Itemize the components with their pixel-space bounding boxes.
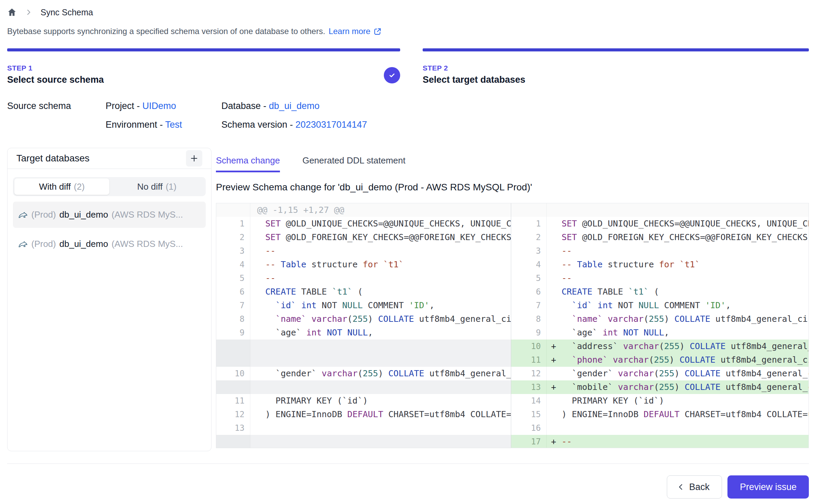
source-field-database: Database - db_ui_demo — [221, 101, 367, 111]
line-number-gutter — [216, 353, 250, 367]
diff-code-row: 2SET @OLD_FOREIGN_KEY_CHECKS=@@FOREIGN_K… — [511, 231, 809, 244]
back-button[interactable]: Back — [667, 475, 722, 499]
learn-more-link[interactable]: Learn more — [329, 27, 382, 36]
line-number: 11 — [511, 353, 547, 367]
line-number: 9 — [511, 326, 547, 340]
code-line: `gender` varchar(255) COLLATE utf8mb4_ge… — [265, 367, 511, 380]
source-schema-summary: Source schema Project - UIDemoDatabase -… — [7, 101, 809, 130]
diff-marker — [547, 421, 562, 435]
diff-marker — [547, 217, 562, 231]
diff-marker: + — [547, 353, 562, 367]
source-field-value-link[interactable]: db_ui_demo — [269, 101, 320, 111]
line-number: 6 — [216, 285, 250, 299]
code-line: `name` varchar(255) COLLATE utf8mb4_gene… — [265, 312, 511, 326]
home-icon[interactable] — [7, 7, 17, 17]
sync-schema-page: Sync Schema Bytebase supports synchroniz… — [0, 0, 816, 499]
tab-generated-ddl-statement[interactable]: Generated DDL statement — [302, 155, 406, 172]
diff-gap-row — [216, 435, 511, 448]
target-database-item-2[interactable]: (Prod)db_ui_demo(AWS RDS MyS... — [13, 231, 206, 257]
hunk-header-text — [547, 203, 809, 217]
step-1-title: Select source schema — [7, 75, 400, 85]
diff-code-row: 1SET @OLD_UNIQUE_CHECKS=@@UNIQUE_CHECKS,… — [216, 217, 511, 231]
diff-code-row: 16 — [511, 421, 809, 435]
line-number: 3 — [511, 244, 547, 258]
diff-code-row: 8 `name` varchar(255) COLLATE utf8mb4_ge… — [216, 312, 511, 326]
segment-label: With diff — [39, 182, 70, 192]
code-line: -- Table structure for `t1` — [562, 258, 809, 271]
source-field-name: Schema version - — [221, 120, 296, 130]
diff-code-row: 1SET @OLD_UNIQUE_CHECKS=@@UNIQUE_CHECKS,… — [511, 217, 809, 231]
diff-code-row: 9 `age` int NOT NULL, — [511, 326, 809, 340]
diff-gap-row — [216, 340, 511, 353]
diff-marker — [547, 231, 562, 244]
mysql-dolphin-icon — [18, 210, 28, 220]
diff-marker: + — [547, 380, 562, 394]
diff-marker — [250, 312, 265, 326]
code-line: -- — [562, 271, 809, 285]
source-field-value-link[interactable]: 20230317014147 — [296, 120, 367, 130]
diff-added-row: 10+ `address` varchar(255) COLLATE utf8m… — [511, 340, 809, 353]
diff-marker — [547, 244, 562, 258]
target-databases-header: Target databases — [13, 148, 206, 169]
tab-schema-change[interactable]: Schema change — [216, 155, 280, 172]
footer-actions: Back Preview issue — [7, 475, 809, 499]
diff-code-row: 8 `name` varchar(255) COLLATE utf8mb4_ge… — [511, 312, 809, 326]
code-line: `age` int NOT NULL, — [562, 326, 809, 340]
code-line: `mobile` varchar(255) COLLATE utf8mb4_ge… — [562, 380, 809, 394]
add-target-database-button[interactable] — [186, 150, 202, 167]
diff-code-row: 9 `age` int NOT NULL, — [216, 326, 511, 340]
diff-marker — [547, 394, 562, 408]
diff-code-row: 2SET @OLD_FOREIGN_KEY_CHECKS=@@FOREIGN_K… — [216, 231, 511, 244]
line-number: 13 — [511, 380, 547, 394]
segment-count: (1) — [166, 182, 176, 192]
line-number: 16 — [511, 421, 547, 435]
code-line: `phone` varchar(255) COLLATE utf8mb4_gen… — [562, 353, 809, 367]
diff-marker — [547, 258, 562, 271]
diff-code-row: 5-- — [511, 271, 809, 285]
line-number: 11 — [216, 394, 250, 408]
segment-with-diff[interactable]: With diff(2) — [14, 178, 109, 195]
code-line: SET @OLD_UNIQUE_CHECKS=@@UNIQUE_CHECKS, … — [265, 217, 511, 231]
diff-marker — [250, 271, 265, 285]
code-line: PRIMARY KEY (`id`) — [265, 394, 511, 408]
hunk-header-row — [511, 203, 809, 217]
chevron-right-icon — [25, 9, 32, 16]
diff-marker — [250, 299, 265, 312]
diff-marker: + — [547, 340, 562, 353]
diff-marker — [250, 408, 265, 421]
gap-filler — [250, 435, 511, 448]
diff-code-row: 15) ENGINE=InnoDB DEFAULT CHARSET=utf8mb… — [511, 408, 809, 421]
line-number: 2 — [216, 231, 250, 244]
line-number: 13 — [216, 421, 250, 435]
target-database-item-1[interactable]: (Prod)db_ui_demo(AWS RDS MyS... — [13, 202, 206, 228]
gap-filler — [250, 353, 511, 367]
line-number: 14 — [511, 394, 547, 408]
line-number: 3 — [216, 244, 250, 258]
hunk-header-row: @@ -1,15 +1,27 @@ — [216, 203, 511, 217]
diff-marker — [547, 299, 562, 312]
code-line: `name` varchar(255) COLLATE utf8mb4_gene… — [562, 312, 809, 326]
diff-marker — [547, 312, 562, 326]
source-schema-fields: Project - UIDemoDatabase - db_ui_demoEnv… — [106, 101, 367, 130]
step-1: STEP 1 Select source schema — [7, 48, 400, 85]
diff-pane-source[interactable]: @@ -1,15 +1,27 @@1SET @OLD_UNIQUE_CHECKS… — [216, 203, 511, 448]
page-title: Sync Schema — [41, 7, 93, 17]
diff-code-row: 11 PRIMARY KEY (`id`) — [216, 394, 511, 408]
diff-code-row: 3-- — [216, 244, 511, 258]
source-field-value-link[interactable]: Test — [165, 120, 182, 130]
source-field-name: Environment - — [106, 120, 165, 130]
diff-code-row: 7 `id` int NOT NULL COMMENT 'ID', — [511, 299, 809, 312]
mysql-dolphin-icon — [18, 239, 28, 249]
diff-marker — [547, 367, 562, 380]
code-line: `id` int NOT NULL COMMENT 'ID', — [265, 299, 511, 312]
source-field-value-link[interactable]: UIDemo — [142, 101, 176, 111]
segment-no-diff[interactable]: No diff(1) — [109, 178, 204, 195]
schema-preview-column: Schema changeGenerated DDL statement Pre… — [216, 148, 809, 451]
gap-filler — [250, 380, 511, 394]
code-line: SET @OLD_UNIQUE_CHECKS=@@UNIQUE_CHECKS, … — [562, 217, 809, 231]
back-button-label: Back — [689, 482, 709, 492]
preview-issue-button[interactable]: Preview issue — [727, 475, 809, 499]
line-number: 1 — [216, 217, 250, 231]
diff-pane-target[interactable]: 1SET @OLD_UNIQUE_CHECKS=@@UNIQUE_CHECKS,… — [511, 203, 809, 448]
step-1-progress-bar — [7, 48, 400, 51]
